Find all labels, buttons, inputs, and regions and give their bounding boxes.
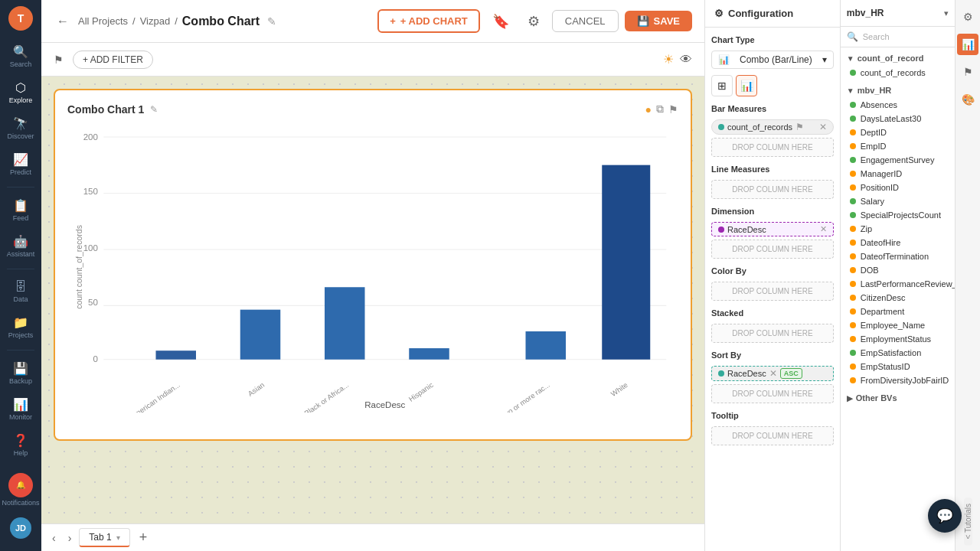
- chart-copy-icon[interactable]: ⧉: [656, 103, 664, 116]
- feed-icon: 📋: [13, 198, 28, 213]
- sidebar-item-monitor[interactable]: 📊 Monitor: [3, 393, 38, 425]
- field-item-department[interactable]: Department: [841, 305, 956, 318]
- tab-prev-button[interactable]: ‹: [47, 529, 60, 547]
- tab-1-label: Tab 1: [89, 532, 111, 543]
- field-group-mbv-hr-header[interactable]: ▼ mbv_HR: [841, 83, 956, 98]
- add-tab-button[interactable]: +: [133, 528, 154, 547]
- back-button[interactable]: ←: [54, 11, 72, 31]
- right-icon-chart-style[interactable]: 🎨: [957, 89, 978, 110]
- field-dot-count: [850, 70, 856, 76]
- field-item-dayslatelast30[interactable]: DaysLateLast30: [841, 112, 956, 126]
- sidebar-label-backup: Backup: [9, 377, 32, 385]
- chart-title-edit-icon[interactable]: ✎: [150, 104, 158, 115]
- sidebar-item-notifications[interactable]: 🔔 Notifications: [3, 468, 38, 511]
- measure-remove-icon[interactable]: ✕: [819, 122, 827, 132]
- sort-remove-icon[interactable]: ✕: [769, 368, 777, 379]
- breadcrumb-all-projects[interactable]: All Projects: [78, 15, 128, 27]
- chat-bubble[interactable]: 💬: [928, 499, 962, 533]
- field-item-dateofhire[interactable]: DateofHire: [841, 236, 956, 249]
- bar-drop-zone[interactable]: DROP COLUMN HERE: [711, 138, 834, 157]
- sort-asc-badge[interactable]: ASC: [780, 368, 802, 379]
- add-filter-button[interactable]: + ADD FILTER: [73, 51, 153, 69]
- sidebar-item-search[interactable]: 🔍 Search: [3, 40, 38, 73]
- field-item-empsatisfaction[interactable]: EmpSatisfaction: [841, 346, 956, 360]
- data-panel-title: mbv_HR: [847, 8, 884, 18]
- avatar[interactable]: JD: [10, 517, 31, 539]
- field-item-absences[interactable]: Absences: [841, 98, 956, 112]
- sidebar-item-backup[interactable]: 💾 Backup: [3, 357, 38, 390]
- field-item-positionid[interactable]: PositionID: [841, 181, 956, 194]
- stacked-drop-zone[interactable]: DROP COLUMN HERE: [711, 324, 834, 343]
- field-item-count-records[interactable]: count_of_records: [841, 66, 956, 80]
- cancel-button[interactable]: CANCEL: [552, 10, 619, 32]
- bookmark-button[interactable]: 🔖: [486, 10, 515, 33]
- tutorials-tab[interactable]: < Tutorials: [964, 497, 972, 545]
- sidebar-item-predict[interactable]: 📈 Predict: [3, 148, 38, 181]
- breadcrumb-vizpad[interactable]: Vizpad: [140, 15, 171, 27]
- sun-icon[interactable]: ☀: [663, 52, 674, 67]
- save-label: SAVE: [654, 15, 680, 27]
- chart-type-select[interactable]: 📊 Combo (Bar/Line) ▾: [711, 51, 834, 69]
- field-group-other-bvs-header[interactable]: ▶ Other BVs: [841, 390, 956, 406]
- field-item-zip[interactable]: Zip: [841, 222, 956, 236]
- chart-header: Combo Chart 1 ✎ ● ⧉ ⚑: [67, 103, 678, 116]
- chevron-down-icon: ▾: [944, 8, 949, 18]
- measure-filter-icon[interactable]: ⚑: [795, 122, 804, 132]
- field-group-count-header[interactable]: ▼ count_of_record: [841, 51, 956, 66]
- chart-icon-table[interactable]: ⊞: [711, 75, 733, 96]
- search-input[interactable]: [863, 32, 956, 41]
- sidebar-item-discover[interactable]: 🔭 Discover: [3, 112, 38, 145]
- field-item-lastperf[interactable]: LastPerformanceReview_Dat: [841, 277, 956, 291]
- right-icon-data[interactable]: 📊: [957, 34, 978, 55]
- field-item-deptid[interactable]: DeptID: [841, 126, 956, 139]
- tab-next-button[interactable]: ›: [64, 529, 77, 547]
- field-item-employee-name[interactable]: Employee_Name: [841, 318, 956, 332]
- add-chart-button[interactable]: + + ADD CHART: [377, 9, 480, 33]
- data-source-dropdown[interactable]: ▾: [944, 8, 949, 18]
- color-drop-zone[interactable]: DROP COLUMN HERE: [711, 282, 834, 301]
- chart-icon-bar[interactable]: 📊: [736, 75, 757, 96]
- dimension-drop-zone[interactable]: DROP COLUMN HERE: [711, 240, 834, 259]
- field-label-empstatusid: EmpStatusID: [861, 362, 910, 371]
- field-dot-dateofterm: [850, 253, 856, 259]
- field-label-lastperf: LastPerformanceReview_Dat: [861, 279, 956, 289]
- field-item-citizendesc[interactable]: CitizenDesc: [841, 291, 956, 305]
- chart-color-icon[interactable]: ●: [645, 103, 652, 116]
- sidebar-item-projects[interactable]: 📁 Projects: [3, 311, 38, 344]
- field-item-salary[interactable]: Salary: [841, 194, 956, 208]
- field-item-dob[interactable]: DOB: [841, 263, 956, 277]
- sidebar-item-help[interactable]: ❓ Help: [3, 429, 38, 461]
- line-drop-zone[interactable]: DROP COLUMN HERE: [711, 180, 834, 199]
- data-panel-header: mbv_HR ▾: [841, 0, 956, 27]
- field-item-managerid[interactable]: ManagerID: [841, 167, 956, 181]
- app-logo[interactable]: T: [8, 6, 33, 31]
- tab-dropdown-icon[interactable]: ▾: [116, 533, 120, 542]
- sidebar-label-explore: Explore: [9, 96, 33, 104]
- sidebar-item-data[interactable]: 🗄 Data: [3, 276, 38, 308]
- tooltip-drop-zone[interactable]: DROP COLUMN HERE: [711, 426, 834, 445]
- field-item-empstatusid[interactable]: EmpStatusID: [841, 360, 956, 373]
- edit-title-icon[interactable]: ✎: [267, 15, 276, 28]
- eye-icon[interactable]: 👁: [680, 53, 692, 67]
- sidebar-label-feed: Feed: [13, 214, 29, 222]
- sidebar-item-explore[interactable]: ⬡ Explore: [3, 76, 38, 109]
- right-icon-filter[interactable]: ⚑: [957, 61, 978, 83]
- sidebar-item-assistant[interactable]: 🤖 Assistant: [3, 230, 38, 262]
- dimension-remove-icon[interactable]: ✕: [820, 224, 827, 234]
- settings-button[interactable]: ⚙: [521, 10, 546, 33]
- save-button[interactable]: 💾 SAVE: [625, 11, 692, 31]
- sidebar-item-feed[interactable]: 📋 Feed: [3, 194, 38, 227]
- field-item-dateofterm[interactable]: DateofTermination: [841, 249, 956, 263]
- fields-list: ▼ count_of_record count_of_records ▼ mbv…: [841, 47, 956, 551]
- bar-two-more: [526, 331, 567, 360]
- field-item-empid[interactable]: EmpID: [841, 139, 956, 153]
- field-item-engagement[interactable]: EngagementSurvey: [841, 153, 956, 167]
- tab-item-1[interactable]: Tab 1 ▾: [79, 528, 129, 547]
- field-item-special-projects[interactable]: SpecialProjectsCount: [841, 208, 956, 222]
- sort-drop-zone[interactable]: DROP COLUMN HERE: [711, 384, 834, 403]
- chart-filter-icon[interactable]: ⚑: [668, 103, 678, 116]
- field-dot-empstatus: [850, 336, 856, 342]
- field-item-employment-status[interactable]: EmploymentStatus: [841, 332, 956, 346]
- field-item-fromdiversity[interactable]: FromDiversityJobFairID: [841, 373, 956, 387]
- right-icon-config[interactable]: ⚙: [957, 6, 978, 28]
